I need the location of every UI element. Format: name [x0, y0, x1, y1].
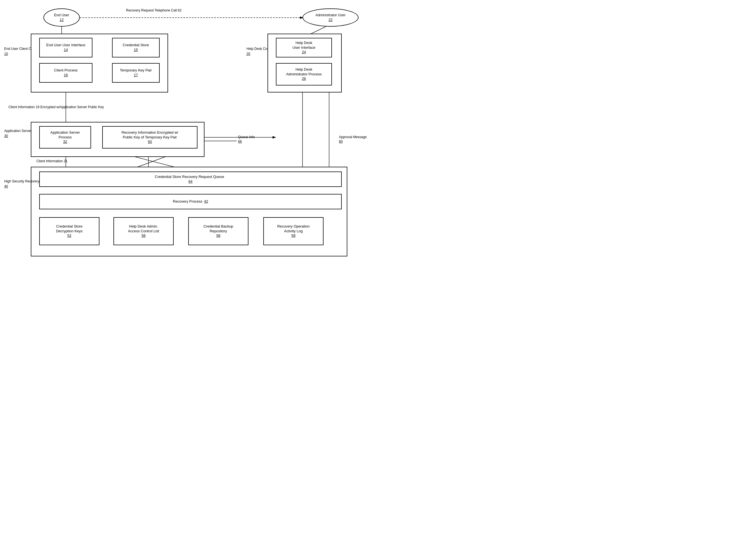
queue-info-label: Queue Info 66 — [238, 135, 255, 144]
administrator-user-label: Administrator User — [315, 13, 346, 18]
temp-key-pair-rect: Temporary Key Pair 17 — [112, 63, 160, 83]
administrator-user-number: 22 — [329, 18, 333, 22]
end-user-number: 12 — [60, 18, 64, 22]
recovery-info-rect: Recovery Information Encrypted w/Public … — [102, 126, 198, 149]
approval-message-label: Approval Message 60 — [339, 135, 367, 144]
end-user-label: End User — [54, 13, 69, 18]
client-info-21-label: Client Information 21 — [37, 159, 68, 164]
recovery-activity-rect: Recovery OperationActivity Log 59 — [263, 217, 324, 245]
recovery-process-rect: Recovery Process 42 — [39, 194, 342, 209]
help-desk-ui-rect: Help DeskUser Interface 24 — [276, 38, 332, 57]
credential-store-recovery-queue-rect: Credential Store Recovery Request Queue … — [39, 172, 342, 187]
credential-store-decrypt-rect: Credential StoreDecryption Keys 52 — [39, 217, 99, 245]
help-desk-acl-rect: Help Desk Admin.Access Control List 56 — [114, 217, 174, 245]
credential-backup-rect: Credential BackupRepository 58 — [188, 217, 249, 245]
client-process-rect: Client Process 16 — [39, 63, 93, 83]
diagram-container: End User 12 Administrator User 22 Recove… — [0, 0, 378, 266]
help-desk-admin-rect: Help DeskAdministrator Process 26 — [276, 63, 332, 85]
credential-store-rect: Credential Store 15 — [112, 38, 160, 57]
end-user-ui-rect: End User User Interface 14 — [39, 38, 93, 57]
recovery-request-label: Recovery Request Telephone Call 62 — [126, 9, 181, 13]
app-server-process-rect: Application ServerProcess 32 — [39, 126, 91, 149]
end-user-ellipse: End User 12 — [43, 9, 80, 27]
client-info-19-label: Client Information 19 Encrypted w/Applic… — [9, 105, 104, 110]
administrator-user-ellipse: Administrator User 22 — [303, 9, 359, 27]
